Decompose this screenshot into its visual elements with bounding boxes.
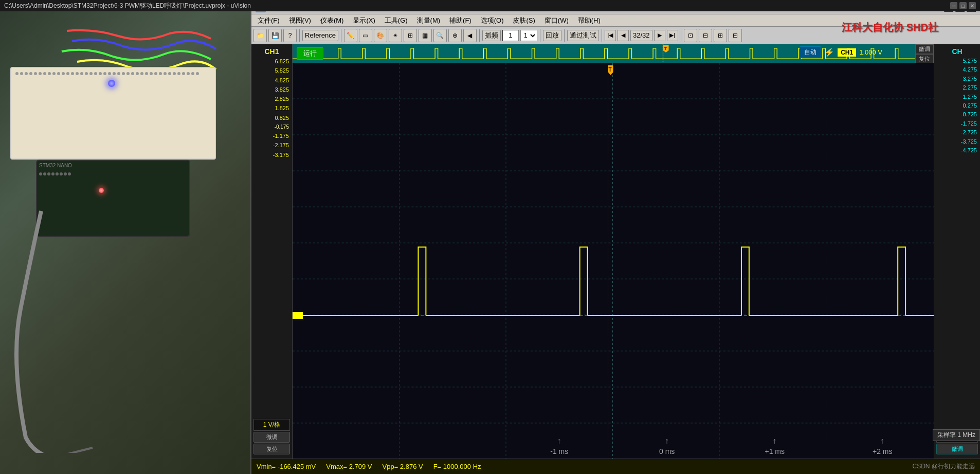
svg-line-0: [51, 448, 93, 453]
osc-content: CH1 6.825 5.825 4.825 3.825 2.825 1.825 …: [251, 44, 980, 459]
vmin: Vmin= -166.425 mV: [257, 463, 316, 470]
ch1-reset-btn[interactable]: 复位: [253, 444, 290, 454]
toolbar: 📁 💾 ? Reference ✏️ ▭ 🎨 ✴ ⊞ ▦ 🔍 ⊕ ◀ 抓频 1 …: [251, 27, 980, 44]
menu-options[interactable]: 选项(O): [477, 15, 508, 26]
prev-page-btn[interactable]: ◀: [618, 30, 629, 41]
trigger-voltage: 1.000 V: [859, 48, 882, 56]
background-photo: STM32 NANO: [0, 0, 250, 474]
svg-text:T: T: [664, 46, 667, 51]
sample-rate: 采样率 1 MHz: [933, 429, 980, 441]
minimize-btn[interactable]: ─: [950, 2, 957, 9]
menu-assist[interactable]: 辅助(F): [445, 15, 476, 26]
menu-view[interactable]: 视图(V): [285, 15, 315, 26]
freq: F= 1000.000 Hz: [433, 463, 481, 470]
ch1-v3: 3.825: [252, 85, 291, 94]
vmax: Vmax= 2.709 V: [326, 463, 372, 470]
sep7: [681, 29, 681, 42]
maximize-btn[interactable]: □: [959, 2, 967, 9]
star-tool[interactable]: ✴: [389, 29, 402, 42]
menu-file[interactable]: 文件(F): [253, 15, 284, 26]
ch2-v6: -0.725: [935, 110, 979, 119]
run-button[interactable]: 运行: [297, 47, 323, 60]
ch2-panel: CH 5.275 4.275 3.275 2.275 1.275 0.275 -…: [934, 44, 980, 459]
grid2-tool[interactable]: ▦: [419, 29, 432, 42]
ch1-v2: 4.825: [252, 76, 291, 85]
sep5: [564, 29, 565, 42]
rect-tool[interactable]: ▭: [359, 29, 372, 42]
split-btn[interactable]: ⊞: [714, 29, 727, 42]
svg-text:↑: ↑: [880, 436, 884, 445]
ch1-trigger-label: CH1: [838, 48, 856, 57]
grid-tool[interactable]: ⊞: [404, 29, 417, 42]
ch1-v6: 0.825: [252, 113, 291, 122]
menu-skin[interactable]: 皮肤(S): [509, 15, 539, 26]
ch2-v4: 1.275: [935, 93, 979, 101]
trigger-input[interactable]: [502, 30, 519, 41]
uv-title: C:\Users\Admin\Desktop\STM32Project\6-3 …: [4, 2, 251, 10]
open-btn[interactable]: 📁: [253, 29, 267, 42]
svg-text:↑: ↑: [773, 436, 777, 445]
sep2: [341, 29, 341, 42]
last-page-btn[interactable]: ▶|: [667, 30, 678, 41]
fine-btn-top[interactable]: 微调: [915, 44, 934, 54]
waveform-display: 运行: [293, 44, 934, 459]
nav-bar: 运行: [293, 44, 934, 63]
menu-measure[interactable]: 测量(M): [413, 15, 445, 26]
menu-tools[interactable]: 工具(G): [380, 15, 412, 26]
layout-btn[interactable]: ⊟: [699, 29, 712, 42]
svg-text:T: T: [609, 67, 612, 73]
ch1-v7: -0.175: [252, 122, 291, 131]
sep1: [299, 29, 300, 42]
page-info: 32/32: [630, 30, 652, 41]
ch1-label: CH1: [252, 46, 291, 57]
uv-titlebar: C:\Users\Admin\Desktop\STM32Project\6-3 …: [0, 0, 980, 11]
menu-window[interactable]: 窗口(W): [540, 15, 573, 26]
ch2-label: CH: [935, 46, 979, 57]
pen-tool[interactable]: ✏️: [344, 29, 357, 42]
svg-text:+1 ms: +1 ms: [765, 447, 785, 455]
ch1-v9: -2.175: [252, 141, 291, 150]
ch2-v3: 2.275: [935, 83, 979, 92]
menu-instrument[interactable]: 仪表(M): [316, 15, 348, 26]
arrow-tool[interactable]: ◀: [463, 29, 477, 42]
menu-display[interactable]: 显示(X): [349, 15, 379, 26]
svg-text:-1 ms: -1 ms: [550, 447, 568, 455]
cursor-tool[interactable]: ⊕: [448, 29, 462, 42]
ch1-v1: 5.825: [252, 66, 291, 75]
ch1-fine-btn[interactable]: 微调: [253, 432, 290, 443]
ch2-v8: -2.725: [935, 128, 979, 137]
copy-btn[interactable]: ⊡: [684, 29, 697, 42]
ch1-v5: 1.825: [252, 103, 291, 113]
ch2-fine-btn[interactable]: 微调: [936, 444, 978, 454]
auto-button[interactable]: 自动: [800, 46, 821, 58]
svg-text:0 ms: 0 ms: [659, 447, 675, 455]
svg-text:↑: ↑: [557, 436, 561, 445]
test-label: 通过测试: [567, 30, 599, 41]
svg-rect-110: [293, 63, 934, 459]
ch2-v5: 0.275: [935, 101, 979, 110]
ch2-v0: 5.275: [935, 57, 979, 65]
ch2-v2: 3.275: [935, 75, 979, 83]
svg-text:+2 ms: +2 ms: [873, 447, 892, 455]
playback-label: 回放: [543, 30, 561, 41]
measure-tool[interactable]: 🔍: [433, 29, 447, 42]
ch1-v10: -3.175: [252, 150, 291, 160]
waveform-svg: T ──: [293, 63, 934, 459]
next-page-btn[interactable]: ▶: [654, 30, 665, 41]
help-btn[interactable]: ?: [283, 29, 297, 42]
ch1-v0: 6.825: [252, 57, 291, 66]
close-btn[interactable]: ✕: [969, 2, 976, 9]
ch1-v4: 2.825: [252, 94, 291, 103]
sep4: [540, 29, 540, 42]
svg-text:↑: ↑: [665, 436, 669, 445]
grid3-btn[interactable]: ⊟: [729, 29, 742, 42]
ch2-v1: 4.275: [935, 65, 979, 74]
sep6: [602, 29, 602, 42]
reference-label: Reference: [302, 30, 338, 41]
save-btn[interactable]: 💾: [268, 29, 282, 42]
ch2-v10: -4.725: [935, 146, 979, 155]
menu-help[interactable]: 帮助(H): [574, 15, 605, 26]
color-tool[interactable]: 🎨: [374, 29, 387, 42]
first-page-btn[interactable]: |◀: [605, 30, 616, 41]
trigger-dropdown[interactable]: 1: [520, 30, 537, 41]
